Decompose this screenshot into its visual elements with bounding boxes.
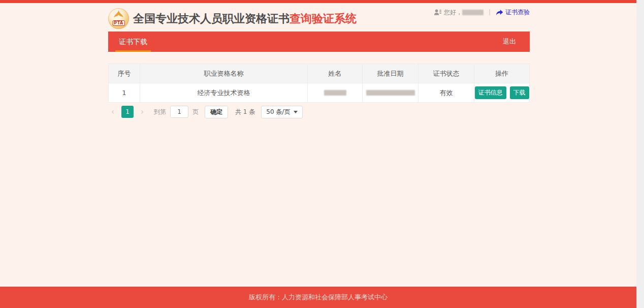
pagination: ‹ 1 › 到第 页 确定 共 1 条 50 条/页 <box>108 105 530 118</box>
logo-flame-icon <box>112 10 125 21</box>
pta-logo-icon: PTA <box>108 8 129 29</box>
page-unit-label: 页 <box>192 108 199 116</box>
redacted-name <box>324 90 346 96</box>
certificate-verify-link[interactable]: 证书查验 <box>496 8 530 17</box>
confirm-page-button[interactable]: 确定 <box>205 106 228 118</box>
nav-bar: 证书下载 退出 <box>108 32 530 52</box>
page-size-select[interactable]: 50 条/页 <box>261 106 303 118</box>
col-header-actions: 操作 <box>474 64 529 83</box>
verify-link-label: 证书查验 <box>505 8 530 17</box>
footer: 版权所有：人力资源和社会保障部人事考试中心 <box>0 287 636 308</box>
table-header-row: 序号 职业资格名称 姓名 批准日期 证书状态 操作 <box>109 64 529 83</box>
download-button[interactable]: 下载 <box>510 86 529 99</box>
user-bar: 您好， | 证书查验 <box>434 7 530 17</box>
col-header-qualification: 职业资格名称 <box>140 64 308 83</box>
prev-page-button[interactable]: ‹ <box>108 107 117 116</box>
chevron-down-icon <box>294 111 298 113</box>
table-row: 1 经济专业技术资格 有效 证书信息 下载 <box>109 83 529 102</box>
col-header-approval-date: 批准日期 <box>363 64 418 83</box>
title-main: 全国专业技术人员职业资格证书 <box>133 12 289 25</box>
cell-name <box>308 83 363 102</box>
col-header-status: 证书状态 <box>418 64 474 83</box>
page-title: 全国专业技术人员职业资格证书查询验证系统 <box>133 11 357 26</box>
col-header-index: 序号 <box>109 64 140 83</box>
greeting-text: 您好， <box>444 8 462 17</box>
divider: | <box>489 9 491 16</box>
next-page-button[interactable]: › <box>138 107 147 116</box>
goto-page-label: 到第 <box>154 108 166 116</box>
copyright-text: 版权所有：人力资源和社会保障部人事考试中心 <box>249 293 388 302</box>
certificate-panel: 序号 职业资格名称 姓名 批准日期 证书状态 操作 1 经济专业技术资格 有效 … <box>108 64 530 118</box>
tab-certificate-download[interactable]: 证书下载 <box>115 32 151 52</box>
cell-status: 有效 <box>418 83 474 102</box>
logout-button[interactable]: 退出 <box>503 32 516 52</box>
user-icon <box>434 9 441 16</box>
col-header-name: 姓名 <box>308 64 363 83</box>
cell-approval-date <box>363 83 418 102</box>
page-size-value: 50 条/页 <box>266 108 290 116</box>
cell-index: 1 <box>109 83 140 102</box>
title-accent: 查询验证系统 <box>289 12 357 25</box>
share-arrow-icon <box>496 9 503 16</box>
goto-page-input[interactable] <box>170 106 188 118</box>
cell-qualification: 经济专业技术资格 <box>140 83 308 102</box>
logo-badge: PTA <box>112 20 124 26</box>
redacted-date <box>366 90 415 96</box>
certificate-table: 序号 职业资格名称 姓名 批准日期 证书状态 操作 1 经济专业技术资格 有效 … <box>108 64 530 103</box>
scrollbar-track[interactable] <box>636 0 644 308</box>
redacted-user-name <box>462 10 484 15</box>
certificate-info-button[interactable]: 证书信息 <box>475 86 506 99</box>
brand: PTA 全国专业技术人员职业资格证书查询验证系统 <box>108 8 357 29</box>
total-count-label: 共 1 条 <box>235 108 255 116</box>
top-accent-bar <box>0 0 636 3</box>
current-page-button[interactable]: 1 <box>121 106 134 118</box>
cell-actions: 证书信息 下载 <box>474 83 529 102</box>
